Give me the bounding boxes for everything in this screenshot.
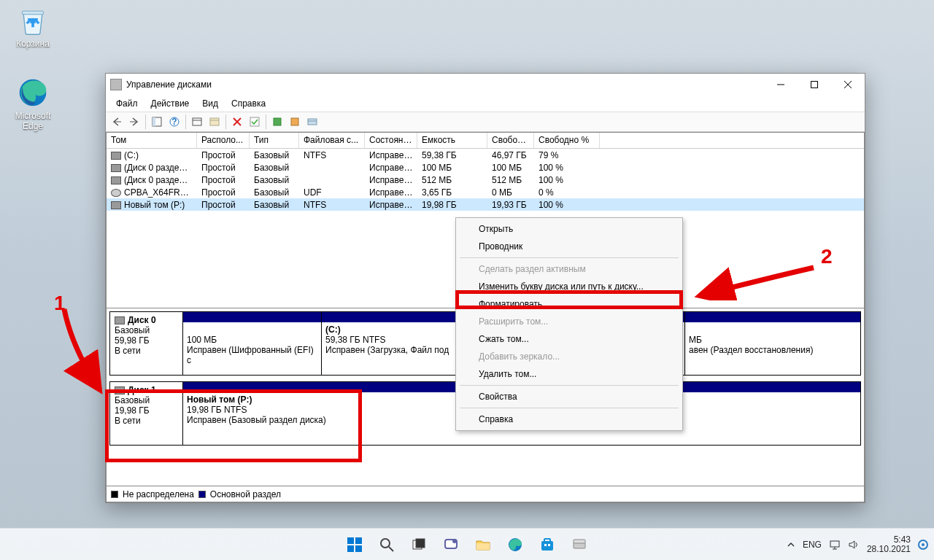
volume-row[interactable]: Новый том (P:)ПростойБазовыйNTFSИсправен… (107, 198, 864, 211)
volume-row[interactable]: CPBA_X64FRE_RU-...ПростойБазовыйUDFИспра… (107, 186, 864, 198)
svg-point-27 (381, 539, 390, 548)
tb-rescan[interactable] (207, 114, 223, 130)
chat-icon[interactable] (437, 531, 465, 559)
arrow-1 (57, 302, 108, 397)
menu-file[interactable]: Файл (110, 97, 144, 110)
tray-volume-icon[interactable] (848, 540, 860, 550)
svg-rect-37 (544, 544, 547, 546)
svg-rect-30 (416, 539, 425, 548)
ctx-explorer[interactable]: Проводник (458, 238, 680, 255)
window-title: Управление дисками (126, 79, 764, 90)
tray-clock[interactable]: 5:4328.10.2021 (867, 535, 911, 554)
tb-view3[interactable] (304, 114, 320, 130)
tb-delete[interactable] (229, 114, 245, 130)
svg-rect-38 (548, 544, 550, 546)
col-status[interactable]: Состояние (365, 133, 417, 148)
col-freepct[interactable]: Свободно % (534, 133, 600, 148)
svg-rect-33 (476, 543, 490, 550)
svg-rect-14 (210, 118, 219, 125)
tb-view2[interactable] (287, 114, 303, 130)
svg-text:?: ? (171, 117, 177, 127)
minimize-button[interactable] (764, 74, 798, 96)
col-type[interactable]: Тип (250, 133, 299, 148)
disk0-label: Диск 0 Базовый 59,98 ГБ В сети (110, 312, 183, 375)
svg-rect-36 (544, 539, 550, 542)
volume-row[interactable]: (Диск 0 раздел 1)ПростойБазовыйИсправен.… (107, 161, 864, 174)
tb-check[interactable] (247, 114, 263, 130)
col-free[interactable]: Свобод... (487, 133, 534, 148)
menu-view[interactable]: Вид (196, 97, 224, 110)
svg-rect-19 (274, 118, 281, 125)
ctx-open[interactable]: Открыть (458, 220, 680, 238)
svg-rect-12 (193, 118, 201, 125)
col-capacity[interactable]: Емкость (417, 133, 487, 148)
tb-refresh[interactable] (189, 114, 205, 130)
svg-rect-41 (830, 541, 839, 547)
menu-help[interactable]: Справка (225, 97, 271, 110)
tb-forward[interactable] (126, 114, 142, 130)
ctx-mirror: Добавить зеркало... (458, 348, 680, 365)
edge-icon[interactable] (501, 531, 529, 559)
store-icon[interactable] (533, 531, 561, 559)
desktop-recycle-label: Корзина (7, 39, 58, 49)
taskbar[interactable]: ENG 5:4328.10.2021 (0, 528, 934, 560)
disk1-label: Диск 1 Базовый 19,98 ГБ В сети (110, 382, 183, 445)
start-button[interactable] (341, 531, 368, 559)
ctx-extend: Расширить том... (458, 313, 680, 330)
svg-point-32 (452, 539, 457, 543)
system-tray[interactable]: ENG 5:4328.10.2021 (787, 535, 928, 554)
titlebar[interactable]: Управление дисками (106, 74, 865, 96)
svg-rect-24 (355, 537, 362, 544)
ctx-format[interactable]: Форматировать... (458, 295, 680, 313)
col-layout[interactable]: Располо... (197, 133, 250, 148)
svg-rect-23 (347, 537, 354, 544)
tray-lang[interactable]: ENG (803, 540, 822, 550)
svg-point-45 (922, 543, 925, 546)
search-icon[interactable] (373, 531, 401, 559)
svg-rect-20 (291, 118, 298, 125)
ctx-letter[interactable]: Изменить букву диска или путь к диску... (458, 278, 680, 295)
svg-rect-26 (355, 545, 362, 552)
tb-help[interactable]: ? (166, 114, 182, 130)
tb-back[interactable] (109, 114, 125, 130)
app-icon (110, 79, 122, 90)
ctx-help[interactable]: Справка (458, 411, 680, 428)
ctx-props[interactable]: Свойства (458, 388, 680, 405)
explorer-icon[interactable] (469, 531, 497, 559)
col-fs[interactable]: Файловая с... (299, 133, 365, 148)
svg-rect-0 (22, 11, 43, 15)
close-button[interactable] (831, 74, 865, 96)
diskmgmt-tb-icon[interactable] (566, 531, 593, 559)
svg-rect-25 (347, 545, 354, 552)
desktop-recycle-bin[interactable]: Корзина (7, 4, 58, 49)
volume-row[interactable]: (Диск 0 раздел 4)ПростойБазовыйИсправен.… (107, 174, 864, 186)
disk0-part2[interactable]: МБавен (Раздел восстановления) (685, 312, 860, 375)
svg-rect-40 (574, 540, 585, 543)
ctx-shrink[interactable]: Сжать том... (458, 330, 680, 348)
maximize-button[interactable] (798, 74, 831, 96)
tray-notify-icon[interactable] (918, 540, 928, 550)
tray-chevron-icon[interactable] (787, 540, 795, 549)
ctx-active: Сделать раздел активным (458, 260, 680, 278)
legend: Не распределена Основной раздел (106, 486, 865, 502)
tb-view1[interactable] (269, 114, 285, 130)
svg-rect-18 (250, 117, 259, 126)
svg-rect-9 (153, 117, 155, 126)
disk0-part0[interactable]: 100 МБИсправен (Шифрованный (EFI) с (183, 312, 322, 375)
svg-rect-3 (811, 82, 818, 88)
desktop-edge-label: Microsoft Edge (7, 111, 58, 131)
desktop-edge[interactable]: Microsoft Edge (7, 77, 58, 131)
col-volume[interactable]: Том (107, 133, 197, 148)
menu-action[interactable]: Действие (145, 97, 196, 110)
toolbar: ? (106, 112, 865, 132)
svg-line-28 (389, 547, 393, 551)
context-menu: Открыть Проводник Сделать раздел активны… (455, 217, 683, 431)
svg-rect-21 (308, 119, 317, 125)
ctx-delete[interactable]: Удалить том... (458, 365, 680, 383)
tb-showhide[interactable] (149, 114, 165, 130)
volume-row[interactable]: (C:)ПростойБазовыйNTFSИсправен...59,38 Г… (107, 149, 864, 161)
menubar: Файл Действие Вид Справка (106, 96, 865, 112)
taskview-icon[interactable] (405, 531, 433, 559)
tray-network-icon[interactable] (829, 540, 841, 550)
anno-1: 1 (54, 292, 66, 315)
